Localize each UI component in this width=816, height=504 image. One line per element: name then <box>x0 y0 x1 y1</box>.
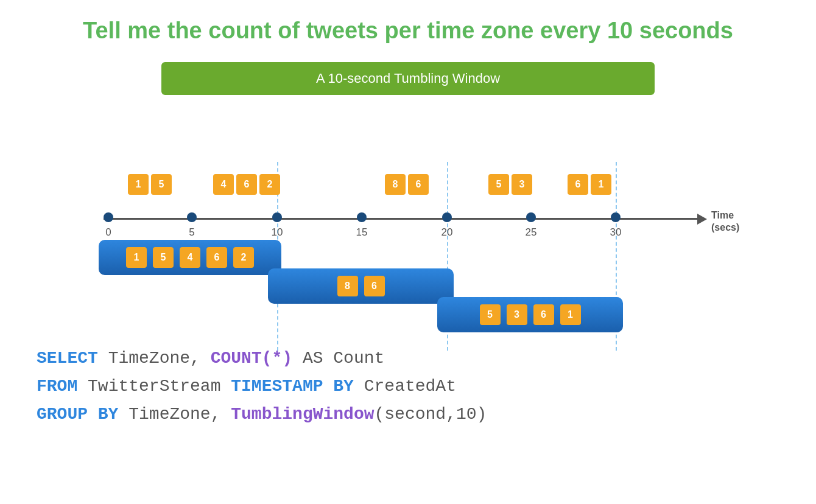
tick-label-30: 30 <box>610 226 622 239</box>
sql-params: (second,10) <box>375 405 487 424</box>
wb2-badge-2: 6 <box>364 276 385 296</box>
sql-as: AS Count <box>292 349 384 368</box>
badge-group-4: 5 3 <box>487 174 533 195</box>
diagram-area: Time(secs) 0 5 10 15 20 25 30 1 5 4 6 2 … <box>73 107 743 332</box>
wb3-badge-2: 3 <box>507 304 527 325</box>
sql-line-3: GROUP BY TimeZone, TumblingWindow(second… <box>37 401 779 429</box>
badge-4-1: 5 <box>488 174 509 195</box>
sql-line1-rest: TimeZone, <box>98 349 211 368</box>
sql-select: SELECT <box>37 349 98 368</box>
badge-3-2: 6 <box>408 174 429 195</box>
sql-line-1: SELECT TimeZone, COUNT(*) AS Count <box>37 345 779 373</box>
wb3-badge-3: 6 <box>533 304 554 325</box>
tick-label-15: 15 <box>356 226 368 239</box>
sql-groupby: GROUP BY <box>37 405 118 424</box>
badge-5-2: 1 <box>591 174 611 195</box>
badge-4-2: 3 <box>512 174 532 195</box>
dot-5 <box>187 212 197 222</box>
sql-line2-rest: TwitterStream <box>77 377 231 396</box>
sql-by: BY <box>323 377 354 396</box>
dot-20 <box>442 212 452 222</box>
wb3-badge-1: 5 <box>480 304 501 325</box>
tick-label-0: 0 <box>105 226 111 239</box>
window-bar-1: 1 5 4 6 2 <box>99 240 281 275</box>
wb2-badge-1: 8 <box>337 276 358 296</box>
dot-0 <box>104 212 113 222</box>
dot-10 <box>272 212 282 222</box>
window-banner: A 10-second Tumbling Window <box>161 62 655 95</box>
badge-2-1: 4 <box>213 174 234 195</box>
dot-25 <box>526 212 536 222</box>
tick-label-25: 25 <box>526 226 537 239</box>
badge-group-1: 1 5 <box>127 174 173 195</box>
sql-line-2: FROM TwitterStream TIMESTAMP BY CreatedA… <box>37 373 779 401</box>
wb3-badge-4: 1 <box>560 304 581 325</box>
timeline-arrow <box>697 214 707 225</box>
tick-label-10: 10 <box>272 226 283 239</box>
wb1-badge-1: 1 <box>126 247 147 268</box>
sql-from: FROM <box>37 377 77 396</box>
window-bar-3: 5 3 6 1 <box>437 297 623 332</box>
badge-2-2: 6 <box>236 174 257 195</box>
badge-1-1: 1 <box>128 174 149 195</box>
sql-createdat: CreatedAt <box>354 377 456 396</box>
badge-5-1: 6 <box>568 174 588 195</box>
tick-label-20: 20 <box>441 226 453 239</box>
tick-label-5: 5 <box>189 226 194 239</box>
timeline-label: Time(secs) <box>711 209 739 235</box>
sql-timestamp: TIMESTAMP <box>231 377 323 396</box>
wb1-badge-3: 4 <box>180 247 200 268</box>
wb1-badge-4: 6 <box>206 247 227 268</box>
badge-1-2: 5 <box>151 174 172 195</box>
window-bar-2: 8 6 <box>268 268 454 304</box>
page-title: Tell me the count of tweets per time zon… <box>0 0 816 56</box>
badge-2-3: 2 <box>259 174 280 195</box>
sql-tumblingwindow: TumblingWindow <box>231 405 374 424</box>
wb1-badge-5: 2 <box>233 247 254 268</box>
badge-group-5: 6 1 <box>566 174 613 195</box>
dot-15 <box>357 212 367 222</box>
sql-section: SELECT TimeZone, COUNT(*) AS Count FROM … <box>0 332 816 429</box>
sql-line3-rest: TimeZone, <box>118 405 231 424</box>
sql-count: COUNT(*) <box>211 349 292 368</box>
badge-group-2: 4 6 2 <box>212 174 281 195</box>
badge-3-1: 8 <box>385 174 406 195</box>
badge-group-3: 8 6 <box>384 174 430 195</box>
dot-30 <box>611 212 621 222</box>
wb1-badge-2: 5 <box>153 247 174 268</box>
